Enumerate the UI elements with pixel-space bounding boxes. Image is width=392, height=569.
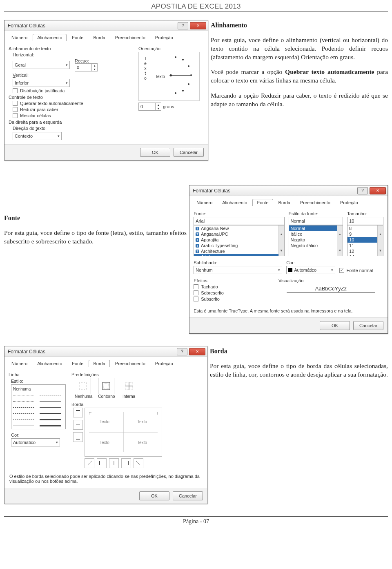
dialog-title: Formatar Células — [8, 349, 175, 355]
truetype-icon: T — [196, 255, 199, 257]
tab-alinhamento[interactable]: Alinhamento — [218, 199, 252, 206]
font-style-input[interactable]: Normal — [289, 217, 343, 225]
shrink-fit-checkbox[interactable]: Reduzir para caber — [13, 107, 132, 112]
border-cell-text: Texto — [137, 440, 147, 445]
line-section: Linha — [9, 372, 66, 377]
tab-numero[interactable]: Número — [192, 199, 217, 206]
tab-fonte[interactable]: Fonte — [252, 199, 273, 206]
tab-borda[interactable]: Borda — [274, 199, 295, 206]
orientation-handle-label: Texto — [155, 74, 165, 79]
border-cell-text: Texto — [137, 419, 147, 424]
horizontal-combo[interactable]: Geral — [13, 61, 70, 69]
wrap-text-checkbox[interactable]: Quebrar texto automaticamente — [13, 101, 132, 106]
font-size-input[interactable]: 10 — [347, 217, 383, 225]
font-input[interactable]: Arial — [194, 217, 284, 225]
superscript-checkbox[interactable]: Sobrescrito — [194, 290, 274, 295]
tab-fonte[interactable]: Fonte — [67, 360, 88, 367]
truetype-icon: T — [196, 244, 199, 248]
border-diag-down-button[interactable] — [134, 458, 143, 468]
help-button[interactable]: ? — [357, 187, 368, 194]
tab-numero[interactable]: Número — [7, 360, 32, 367]
recuo-label: Recuo: — [75, 58, 98, 63]
border-top-button[interactable] — [73, 408, 83, 417]
section-text-control: Controle de texto — [9, 95, 132, 100]
vertical-combo[interactable]: Inferior — [13, 79, 70, 87]
close-button[interactable]: ✕ — [370, 187, 386, 194]
preset-outline-label: Contorno — [98, 394, 115, 399]
subscript-checkbox[interactable]: Subscrito — [194, 297, 274, 301]
ok-button[interactable]: OK — [320, 321, 350, 330]
truetype-icon: T — [196, 250, 199, 253]
border-cell-text: Texto — [100, 440, 109, 445]
help-button[interactable]: ? — [178, 22, 188, 29]
tab-borda[interactable]: Borda — [89, 34, 109, 41]
preset-inside-label: Interna — [121, 394, 137, 399]
strikethrough-checkbox[interactable]: Tachado — [194, 284, 274, 289]
effects-label: Efeitos — [194, 278, 274, 283]
tab-borda[interactable]: Borda — [89, 360, 109, 367]
tab-alinhamento[interactable]: Alinhamento — [33, 360, 67, 367]
preset-none-button[interactable] — [75, 378, 91, 394]
degrees-unit-label: graus — [163, 104, 174, 109]
tab-preenchimento[interactable]: Preenchimento — [111, 34, 150, 41]
dist-justificada-checkbox[interactable]: Distribuição justificada — [13, 88, 132, 93]
font-style-label: Estilo da fonte: — [289, 211, 343, 216]
preset-outline-button[interactable] — [98, 378, 114, 394]
tab-protecao[interactable]: Proteção — [336, 199, 363, 206]
font-color-combo[interactable]: Automático — [286, 266, 335, 274]
svg-line-19 — [136, 461, 140, 465]
border-vcenter-button[interactable] — [109, 458, 119, 468]
tab-preenchimento[interactable]: Preenchimento — [111, 360, 150, 367]
line-color-combo[interactable]: Automático — [11, 438, 60, 446]
font-preview: AaBbCcYyZz — [278, 286, 383, 292]
presets-section: Predefinições — [71, 372, 203, 377]
orientation-vertical-text[interactable]: Texto — [141, 56, 149, 81]
underline-combo[interactable]: Nenhum — [194, 266, 282, 274]
section2-title: Fonte — [4, 214, 187, 223]
tab-alinhamento[interactable]: Alinhamento — [33, 34, 67, 41]
tab-fonte[interactable]: Fonte — [67, 34, 88, 41]
preset-inside-button[interactable] — [121, 378, 137, 394]
tab-numero[interactable]: Número — [7, 34, 32, 41]
recuo-spinner[interactable]: 0 — [75, 63, 98, 71]
font-style-listbox[interactable]: Normal Itálico Negrito Negrito itálico — [289, 225, 343, 256]
cancel-button[interactable]: Cancelar — [174, 148, 204, 157]
text-direction-combo[interactable]: Contexto — [13, 132, 62, 140]
font-size-listbox[interactable]: 8 9 10 11 12 14 — [347, 225, 383, 256]
font-listbox[interactable]: TAngsana New TAngsanaUPC TAparajita TAra… — [194, 225, 284, 256]
section1-para1: Por esta guia, voce define o alinhamento… — [211, 36, 388, 62]
page-footer: Página - 07 — [4, 516, 388, 525]
normal-font-checkbox[interactable]: ✓Fonte normal — [339, 268, 384, 273]
border-bottom-button[interactable] — [73, 432, 83, 442]
svg-line-15 — [87, 461, 91, 465]
border-preview[interactable]: Texto Texto Texto Texto — [85, 408, 162, 457]
ok-button[interactable]: OK — [139, 491, 169, 500]
cancel-button[interactable]: Cancelar — [173, 491, 203, 500]
border-left-button[interactable] — [97, 458, 107, 468]
border-diag-up-button[interactable] — [85, 458, 94, 468]
border-right-button[interactable] — [121, 458, 131, 468]
close-button[interactable]: ✕ — [189, 348, 205, 355]
section-text-align: Alinhamento de texto — [9, 46, 132, 51]
help-button[interactable]: ? — [177, 348, 187, 355]
tab-protecao[interactable]: Proteção — [151, 360, 178, 367]
cancel-button[interactable]: Cancelar — [353, 321, 383, 330]
text-direction-label: Direção do texto: — [13, 126, 58, 131]
line-style-listbox[interactable]: Nenhuma — [11, 384, 66, 429]
degrees-spinner[interactable]: 0 — [138, 103, 161, 111]
preview-label: Visualização — [278, 278, 383, 283]
merge-cells-checkbox[interactable]: Mesclar células — [13, 113, 132, 118]
border-hint: O estilo de borda selecionado pode ser a… — [4, 472, 207, 488]
orientation-control[interactable]: Texto Texto — [138, 52, 200, 101]
border-section: Borda — [71, 402, 203, 407]
ok-button[interactable]: OK — [140, 148, 170, 157]
tab-preenchimento[interactable]: Preenchimento — [296, 199, 335, 206]
tab-protecao[interactable]: Proteção — [151, 34, 178, 41]
truetype-icon: T — [196, 232, 199, 236]
section3-title: Borda — [210, 347, 388, 356]
close-button[interactable]: ✕ — [190, 22, 206, 29]
border-hcenter-button[interactable] — [73, 420, 83, 430]
font-label: Fonte: — [194, 211, 284, 216]
section1-para2: Você pode marcar a opção Quebrar texto a… — [211, 68, 388, 85]
line-color-label: Cor: — [11, 433, 66, 437]
